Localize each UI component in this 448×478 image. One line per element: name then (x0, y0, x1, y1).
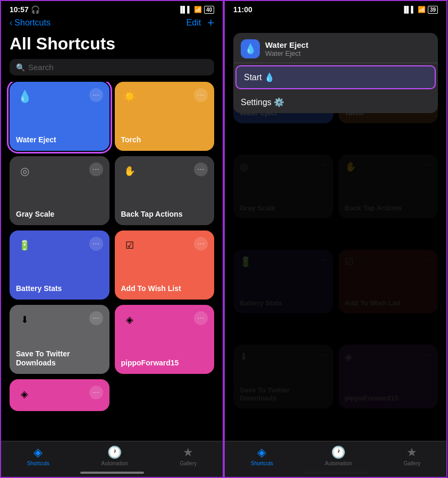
pippo-icon: ◈ (121, 311, 138, 328)
nav-bar-left: ‹ Shortcuts Edit + (1, 16, 223, 32)
battery-left: 40 (204, 6, 214, 14)
wishlist-icon: ☑ (121, 237, 138, 254)
context-menu-start[interactable]: Start 💧 (235, 65, 436, 89)
gallery-label: Gallery (180, 460, 197, 466)
shortcuts-icon-right: ◈ (257, 446, 266, 459)
context-menu-header: 💧 Water Eject Water Eject (233, 33, 438, 63)
signal-icon-right: ▐▌▌ (402, 6, 416, 13)
nav-shortcuts-right[interactable]: ◈ Shortcuts (251, 446, 273, 466)
shortcuts-label: Shortcuts (27, 460, 49, 466)
home-indicator-left (80, 472, 144, 474)
add-button[interactable]: + (207, 16, 214, 30)
tile-torch[interactable]: ☀️ ··· Torch (115, 82, 215, 151)
start-label: Start 💧 (244, 72, 275, 82)
time-right: 11:00 (233, 5, 252, 14)
tile-more-water[interactable]: ··· (89, 88, 103, 102)
tile-label-grayscale: Gray Scale (16, 210, 103, 219)
search-bar[interactable]: 🔍 Search (10, 59, 214, 75)
grayscale-icon: ◎ (16, 163, 33, 180)
tile-battery[interactable]: 🔋 ··· Battery Stats (10, 231, 109, 300)
tile-more-backtap[interactable]: ··· (194, 163, 208, 176)
automation-icon-right: 🕐 (331, 446, 345, 459)
settings-label: Settings ⚙️ (241, 97, 284, 107)
tile-label-water: Water Eject (16, 135, 103, 144)
status-bar-right: 11:00 ▐▌▌ 📶 39 (225, 1, 446, 16)
chevron-left-icon: ‹ (10, 18, 12, 28)
backtap-icon: ✋ (121, 163, 138, 180)
automation-icon: 🕐 (107, 446, 122, 459)
context-menu-title: Water Eject (265, 40, 308, 49)
water-eject-icon: 💧 (16, 88, 33, 105)
tile-label-twitter: Save To Twitter Downloads (16, 349, 103, 368)
tile-pippo2[interactable]: ◈ ··· (10, 379, 109, 411)
search-icon: 🔍 (16, 63, 25, 72)
tile-label-battery: Battery Stats (16, 284, 103, 293)
tile-pippo[interactable]: ◈ ··· pippoForward15 (115, 305, 215, 374)
automation-label: Automation (101, 460, 128, 466)
tile-label-pippo: pippoForward15 (121, 358, 208, 368)
edit-button[interactable]: Edit (187, 18, 201, 28)
left-phone-panel: 10:57 🎧 ▐▌▌ 📶 40 ‹ Shortcuts Edit + All … (0, 0, 224, 478)
bottom-nav-right: ◈ Shortcuts 🕐 Automation ★ Gallery (225, 441, 446, 477)
shortcuts-icon: ◈ (33, 446, 43, 459)
right-phone-panel: 11:00 ▐▌▌ 📶 39 💧 ··· Water Eject ☀️ ··· … (224, 0, 447, 478)
nav-gallery-left[interactable]: ★ Gallery (180, 446, 197, 466)
shortcuts-label-right: Shortcuts (251, 460, 273, 466)
wifi-icon-right: 📶 (418, 6, 426, 13)
nav-shortcuts-left[interactable]: ◈ Shortcuts (27, 446, 49, 466)
tile-more-torch[interactable]: ··· (194, 88, 208, 102)
twitter-icon: ⬇ (16, 311, 33, 328)
tile-more-battery[interactable]: ··· (89, 237, 103, 251)
context-menu-settings[interactable]: Settings ⚙️ (233, 91, 438, 113)
search-placeholder: Search (28, 63, 54, 72)
tile-more-wishlist[interactable]: ··· (194, 237, 208, 251)
torch-icon: ☀️ (121, 88, 138, 105)
status-bar-left: 10:57 🎧 ▐▌▌ 📶 40 (1, 1, 223, 16)
tile-more-pippo[interactable]: ··· (194, 311, 208, 325)
context-menu: 💧 Water Eject Water Eject Start 💧 Settin… (233, 33, 438, 113)
headphone-icon: 🎧 (31, 5, 40, 14)
nav-automation-right[interactable]: 🕐 Automation (325, 446, 352, 466)
tile-grayscale[interactable]: ◎ ··· Gray Scale (10, 156, 109, 225)
context-menu-subtitle: Water Eject (265, 49, 308, 57)
nav-automation-left[interactable]: 🕐 Automation (101, 446, 128, 466)
gallery-label-right: Gallery (404, 460, 421, 466)
tile-wishlist[interactable]: ☑ ··· Add To Wish List (115, 231, 215, 300)
tile-label-torch: Torch (121, 135, 208, 144)
nav-gallery-right[interactable]: ★ Gallery (404, 446, 421, 466)
gallery-icon: ★ (183, 446, 193, 459)
gallery-icon-right: ★ (407, 446, 417, 459)
page-title: All Shortcuts (1, 32, 223, 59)
back-button[interactable]: ‹ Shortcuts (10, 18, 50, 28)
tile-label-backtap: Back Tap Actions (121, 210, 208, 219)
back-label: Shortcuts (14, 18, 50, 28)
tile-backtap[interactable]: ✋ ··· Back Tap Actions (115, 156, 215, 225)
automation-label-right: Automation (325, 460, 352, 466)
tile-more-twitter[interactable]: ··· (89, 311, 103, 325)
battery-icon: 🔋 (16, 237, 33, 254)
pippo2-icon: ◈ (16, 386, 33, 403)
tile-water-eject[interactable]: 💧 ··· Water Eject (10, 82, 109, 151)
tile-label-wishlist: Add To Wish List (121, 284, 208, 293)
tile-more-grayscale[interactable]: ··· (89, 163, 103, 176)
context-menu-app-icon: 💧 (241, 39, 260, 58)
shortcuts-grid: 💧 ··· Water Eject ☀️ ··· Torch ◎ ··· Gra… (1, 82, 223, 374)
signal-icon: ▐▌▌ (178, 6, 192, 13)
wifi-icon: 📶 (194, 6, 202, 13)
battery-right: 39 (428, 6, 438, 14)
time-left: 10:57 (10, 5, 29, 14)
tile-twitter[interactable]: ⬇ ··· Save To Twitter Downloads (10, 305, 109, 374)
tile-more-pippo2[interactable]: ··· (89, 386, 103, 399)
